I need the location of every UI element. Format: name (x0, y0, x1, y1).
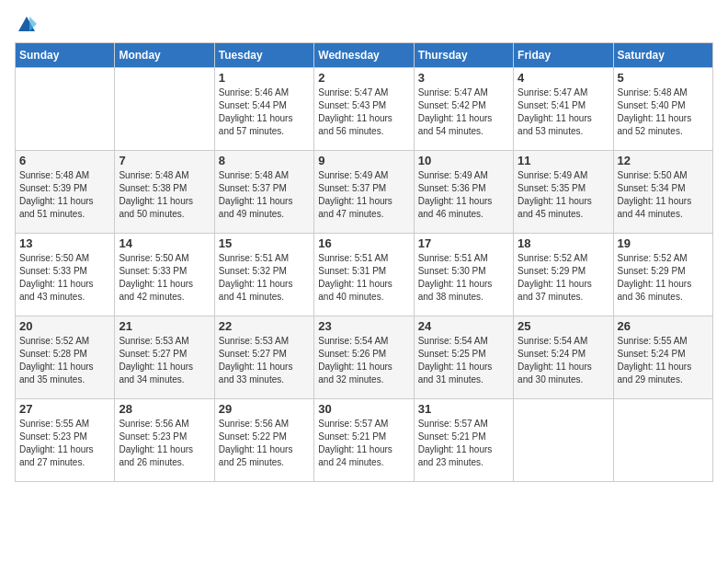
calendar-cell: 24Sunrise: 5:54 AM Sunset: 5:25 PM Dayli… (414, 316, 513, 399)
calendar-cell: 20Sunrise: 5:52 AM Sunset: 5:28 PM Dayli… (16, 316, 115, 399)
day-info: Sunrise: 5:56 AM Sunset: 5:23 PM Dayligh… (119, 418, 210, 469)
day-info: Sunrise: 5:49 AM Sunset: 5:36 PM Dayligh… (418, 169, 509, 221)
day-number: 13 (19, 236, 110, 250)
day-info: Sunrise: 5:48 AM Sunset: 5:39 PM Dayligh… (19, 169, 110, 221)
day-number: 12 (618, 154, 709, 167)
calendar-cell: 17Sunrise: 5:51 AM Sunset: 5:30 PM Dayli… (414, 234, 513, 316)
day-number: 25 (518, 319, 609, 333)
day-info: Sunrise: 5:55 AM Sunset: 5:24 PM Dayligh… (618, 335, 709, 386)
day-info: Sunrise: 5:54 AM Sunset: 5:25 PM Dayligh… (418, 335, 509, 386)
calendar-header-saturday: Saturday (613, 43, 712, 68)
day-number: 6 (19, 154, 110, 167)
calendar-cell: 31Sunrise: 5:57 AM Sunset: 5:21 PM Dayli… (414, 399, 513, 482)
calendar-cell: 7Sunrise: 5:48 AM Sunset: 5:38 PM Daylig… (115, 151, 214, 234)
day-info: Sunrise: 5:47 AM Sunset: 5:41 PM Dayligh… (518, 86, 609, 138)
day-number: 4 (518, 71, 609, 85)
calendar-week-row: 20Sunrise: 5:52 AM Sunset: 5:28 PM Dayli… (16, 316, 713, 399)
day-number: 5 (618, 71, 709, 85)
day-number: 29 (219, 402, 310, 416)
calendar-header-monday: Monday (115, 43, 214, 68)
day-info: Sunrise: 5:54 AM Sunset: 5:26 PM Dayligh… (318, 335, 409, 386)
page-header (15, 15, 713, 35)
calendar-week-row: 27Sunrise: 5:55 AM Sunset: 5:23 PM Dayli… (16, 399, 713, 482)
day-number: 30 (318, 402, 409, 416)
day-info: Sunrise: 5:49 AM Sunset: 5:35 PM Dayligh… (518, 169, 609, 221)
day-info: Sunrise: 5:56 AM Sunset: 5:22 PM Dayligh… (219, 418, 310, 469)
day-info: Sunrise: 5:47 AM Sunset: 5:43 PM Dayligh… (318, 86, 409, 138)
day-info: Sunrise: 5:57 AM Sunset: 5:21 PM Dayligh… (418, 418, 509, 469)
calendar-cell: 9Sunrise: 5:49 AM Sunset: 5:37 PM Daylig… (314, 151, 414, 234)
calendar-cell: 14Sunrise: 5:50 AM Sunset: 5:33 PM Dayli… (115, 234, 214, 316)
logo-icon (17, 15, 37, 35)
calendar-header-tuesday: Tuesday (214, 43, 313, 68)
calendar-cell: 6Sunrise: 5:48 AM Sunset: 5:39 PM Daylig… (16, 151, 115, 234)
day-number: 2 (318, 71, 409, 85)
calendar-cell: 19Sunrise: 5:52 AM Sunset: 5:29 PM Dayli… (613, 234, 712, 316)
day-number: 18 (518, 236, 609, 250)
day-info: Sunrise: 5:48 AM Sunset: 5:37 PM Dayligh… (219, 169, 310, 221)
day-number: 31 (418, 402, 509, 416)
day-number: 22 (219, 319, 310, 333)
day-number: 8 (219, 154, 310, 167)
calendar-cell: 23Sunrise: 5:54 AM Sunset: 5:26 PM Dayli… (314, 316, 414, 399)
day-info: Sunrise: 5:57 AM Sunset: 5:21 PM Dayligh… (318, 418, 409, 469)
calendar-cell (613, 399, 712, 482)
day-info: Sunrise: 5:54 AM Sunset: 5:24 PM Dayligh… (518, 335, 609, 386)
calendar-week-row: 1Sunrise: 5:46 AM Sunset: 5:44 PM Daylig… (16, 68, 713, 151)
day-number: 19 (618, 236, 709, 250)
day-number: 10 (418, 154, 509, 167)
day-number: 11 (518, 154, 609, 167)
day-number: 9 (318, 154, 409, 167)
calendar-cell: 3Sunrise: 5:47 AM Sunset: 5:42 PM Daylig… (414, 68, 513, 151)
day-info: Sunrise: 5:48 AM Sunset: 5:40 PM Dayligh… (618, 86, 709, 138)
calendar-cell: 21Sunrise: 5:53 AM Sunset: 5:27 PM Dayli… (115, 316, 214, 399)
day-number: 26 (618, 319, 709, 333)
day-number: 27 (19, 402, 110, 416)
calendar-cell: 5Sunrise: 5:48 AM Sunset: 5:40 PM Daylig… (613, 68, 712, 151)
calendar-week-row: 6Sunrise: 5:48 AM Sunset: 5:39 PM Daylig… (16, 151, 713, 234)
calendar-header-row: SundayMondayTuesdayWednesdayThursdayFrid… (16, 43, 713, 68)
calendar-cell (115, 68, 214, 151)
day-info: Sunrise: 5:53 AM Sunset: 5:27 PM Dayligh… (119, 335, 210, 386)
day-info: Sunrise: 5:51 AM Sunset: 5:31 PM Dayligh… (318, 252, 409, 304)
calendar-cell: 28Sunrise: 5:56 AM Sunset: 5:23 PM Dayli… (115, 399, 214, 482)
day-number: 21 (119, 319, 210, 333)
calendar-cell: 29Sunrise: 5:56 AM Sunset: 5:22 PM Dayli… (214, 399, 313, 482)
day-number: 16 (318, 236, 409, 250)
day-info: Sunrise: 5:50 AM Sunset: 5:33 PM Dayligh… (119, 252, 210, 304)
day-info: Sunrise: 5:47 AM Sunset: 5:42 PM Dayligh… (418, 86, 509, 138)
calendar-cell: 11Sunrise: 5:49 AM Sunset: 5:35 PM Dayli… (514, 151, 613, 234)
logo (15, 15, 39, 35)
calendar-cell: 26Sunrise: 5:55 AM Sunset: 5:24 PM Dayli… (613, 316, 712, 399)
day-number: 28 (119, 402, 210, 416)
calendar-cell: 22Sunrise: 5:53 AM Sunset: 5:27 PM Dayli… (214, 316, 313, 399)
day-info: Sunrise: 5:50 AM Sunset: 5:33 PM Dayligh… (19, 252, 110, 304)
day-info: Sunrise: 5:52 AM Sunset: 5:29 PM Dayligh… (518, 252, 609, 304)
day-number: 24 (418, 319, 509, 333)
day-number: 14 (119, 236, 210, 250)
day-number: 23 (318, 319, 409, 333)
calendar-header-wednesday: Wednesday (314, 43, 414, 68)
calendar-week-row: 13Sunrise: 5:50 AM Sunset: 5:33 PM Dayli… (16, 234, 713, 316)
day-number: 1 (219, 71, 310, 85)
day-number: 3 (418, 71, 509, 85)
day-info: Sunrise: 5:50 AM Sunset: 5:34 PM Dayligh… (618, 169, 709, 221)
calendar-cell (16, 68, 115, 151)
calendar-cell: 30Sunrise: 5:57 AM Sunset: 5:21 PM Dayli… (314, 399, 414, 482)
day-info: Sunrise: 5:55 AM Sunset: 5:23 PM Dayligh… (19, 418, 110, 469)
calendar-cell: 25Sunrise: 5:54 AM Sunset: 5:24 PM Dayli… (514, 316, 613, 399)
day-info: Sunrise: 5:51 AM Sunset: 5:32 PM Dayligh… (219, 252, 310, 304)
day-info: Sunrise: 5:46 AM Sunset: 5:44 PM Dayligh… (219, 86, 310, 138)
calendar-cell: 2Sunrise: 5:47 AM Sunset: 5:43 PM Daylig… (314, 68, 414, 151)
day-number: 15 (219, 236, 310, 250)
calendar-cell: 16Sunrise: 5:51 AM Sunset: 5:31 PM Dayli… (314, 234, 414, 316)
calendar-cell: 18Sunrise: 5:52 AM Sunset: 5:29 PM Dayli… (514, 234, 613, 316)
day-info: Sunrise: 5:52 AM Sunset: 5:29 PM Dayligh… (618, 252, 709, 304)
calendar-cell: 13Sunrise: 5:50 AM Sunset: 5:33 PM Dayli… (16, 234, 115, 316)
calendar-cell: 10Sunrise: 5:49 AM Sunset: 5:36 PM Dayli… (414, 151, 513, 234)
calendar-cell: 12Sunrise: 5:50 AM Sunset: 5:34 PM Dayli… (613, 151, 712, 234)
calendar-cell: 8Sunrise: 5:48 AM Sunset: 5:37 PM Daylig… (214, 151, 313, 234)
calendar-table: SundayMondayTuesdayWednesdayThursdayFrid… (15, 42, 713, 482)
day-info: Sunrise: 5:49 AM Sunset: 5:37 PM Dayligh… (318, 169, 409, 221)
day-number: 7 (119, 154, 210, 167)
